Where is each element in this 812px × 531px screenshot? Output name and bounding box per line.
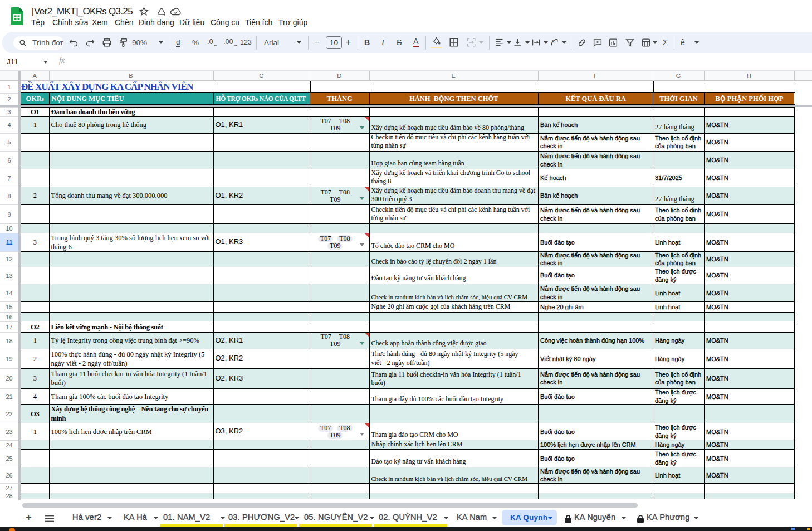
svg-text:A: A <box>551 39 554 44</box>
